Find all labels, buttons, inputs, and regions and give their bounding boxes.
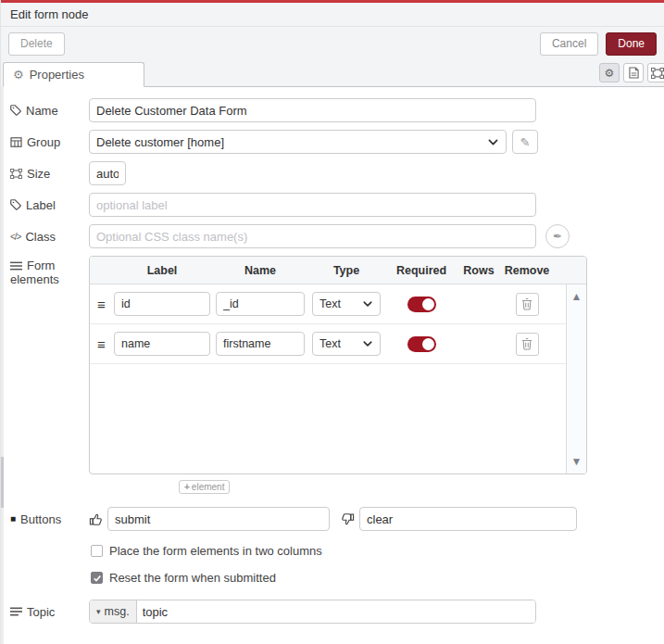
delete-button[interactable]: Delete	[8, 32, 65, 56]
caret-down-icon: ▾	[96, 607, 101, 616]
scroll-down-icon[interactable]: ▼	[571, 455, 583, 468]
elements-table-header: Label Name Type Required Rows Remove	[90, 257, 586, 284]
label-row: Label	[1, 189, 664, 221]
submit-button-label-input[interactable]	[107, 507, 330, 531]
trash-icon	[521, 337, 532, 350]
header-required: Required	[384, 264, 458, 277]
topic-input[interactable]	[137, 600, 535, 623]
gear-icon: ⚙	[605, 67, 615, 80]
remove-element-button[interactable]	[516, 333, 539, 356]
properties-toolbar-button[interactable]: ⚙	[599, 63, 620, 82]
code-icon: </>	[10, 232, 20, 242]
gear-icon: ⚙	[13, 69, 24, 81]
element-label-input[interactable]	[114, 332, 210, 356]
topic-row: Topic ▾ msg.	[1, 596, 664, 627]
pencil-icon: ✎	[520, 135, 531, 149]
check-icon	[93, 574, 102, 583]
header-name: Name	[216, 264, 305, 277]
tab-properties-label: Properties	[30, 68, 84, 82]
tab-toolbar: ⚙	[599, 63, 664, 82]
size-input[interactable]	[89, 161, 126, 185]
plus-icon: +	[184, 482, 190, 492]
trash-icon	[521, 297, 532, 310]
header-remove: Remove	[499, 264, 555, 277]
label-input[interactable]	[89, 193, 536, 217]
name-label: Name	[10, 104, 89, 118]
table-icon	[10, 137, 22, 147]
checkbox-checked[interactable]	[91, 572, 103, 584]
header-rows: Rows	[458, 264, 499, 277]
object-group-icon	[10, 169, 22, 179]
element-name-input[interactable]	[216, 292, 305, 316]
name-row: Name	[1, 95, 664, 126]
reset-form-option[interactable]: Reset the form when submitted	[91, 571, 664, 585]
pen-nib-icon: ✒	[553, 230, 562, 243]
required-toggle[interactable]	[407, 297, 436, 312]
form-elements-label: Form elements	[10, 256, 89, 286]
two-columns-option[interactable]: Place the form elements in two columns	[91, 544, 664, 558]
properties-panel: Name Group Delete customer [home] ✎ Size	[1, 87, 664, 627]
cancel-button[interactable]: Cancel	[540, 32, 598, 56]
label-label: Label	[10, 198, 89, 212]
reset-form-option-label: Reset the form when submitted	[109, 571, 276, 585]
document-icon	[629, 67, 639, 79]
left-scrollbar-thumb[interactable]	[1, 457, 4, 508]
element-row: ≡ Text	[90, 284, 566, 324]
element-type-select[interactable]: Text	[312, 332, 381, 356]
chevron-down-icon	[487, 136, 499, 148]
element-name-input[interactable]	[216, 332, 305, 356]
description-toolbar-button[interactable]	[623, 63, 644, 82]
buttons-row: ■ Buttons	[1, 503, 664, 535]
class-label: </> Class	[10, 230, 89, 244]
name-input[interactable]	[89, 98, 536, 122]
square-icon: ■	[10, 514, 16, 524]
size-label: Size	[10, 167, 89, 181]
scroll-up-icon[interactable]: ▲	[571, 290, 583, 303]
tasks-icon	[10, 607, 22, 616]
group-label: Group	[10, 135, 89, 149]
two-columns-option-label: Place the form elements in two columns	[109, 544, 322, 558]
dialog-title: Edit form node	[1, 3, 664, 27]
resize-handles-icon	[651, 68, 664, 79]
group-select[interactable]: Delete customer [home]	[89, 130, 507, 154]
element-type-select[interactable]: Text	[312, 292, 381, 316]
edit-form-node-dialog: Edit form node Delete Cancel Done ⚙ Prop…	[0, 0, 664, 644]
clear-button-label-input[interactable]	[359, 507, 577, 531]
header-label: Label	[114, 264, 210, 277]
left-scrollbar-track[interactable]	[1, 86, 4, 644]
elements-table: Label Name Type Required Rows Remove ≡	[89, 256, 587, 474]
add-element-button[interactable]: +element	[179, 480, 230, 494]
done-button[interactable]: Done	[606, 32, 657, 56]
edit-group-button[interactable]: ✎	[512, 130, 538, 154]
buttons-label: ■ Buttons	[10, 512, 89, 526]
tag-icon	[10, 199, 21, 210]
element-row: ≡ Text	[90, 324, 566, 364]
class-style-button[interactable]: ✒	[545, 224, 570, 248]
chevron-down-icon	[362, 298, 373, 309]
header-type: Type	[312, 264, 381, 277]
element-label-input[interactable]	[114, 292, 210, 316]
elements-table-body: ≡ Text	[90, 284, 586, 474]
checkbox-unchecked[interactable]	[91, 545, 103, 557]
tab-properties[interactable]: ⚙ Properties	[3, 62, 144, 87]
tag-icon	[10, 105, 21, 116]
topic-type-button[interactable]: ▾ msg.	[90, 600, 137, 623]
form-elements-row: Form elements Label Name Type Required R…	[1, 252, 664, 501]
group-row: Group Delete customer [home] ✎	[1, 126, 664, 158]
remove-element-button[interactable]	[516, 293, 539, 316]
topic-label: Topic	[10, 605, 89, 619]
action-bar: Delete Cancel Done	[1, 27, 664, 60]
class-row: </> Class ✒	[1, 221, 664, 252]
topic-typed-input: ▾ msg.	[89, 600, 536, 624]
topic-type-label: msg.	[105, 605, 130, 618]
appearance-toolbar-button[interactable]	[647, 63, 664, 82]
class-input[interactable]	[89, 224, 536, 248]
chevron-down-icon	[362, 338, 373, 349]
table-scrollbar[interactable]: ▲ ▼	[566, 284, 586, 474]
group-select-value: Delete customer [home]	[96, 135, 487, 149]
drag-handle-icon[interactable]: ≡	[97, 336, 114, 352]
size-row: Size	[1, 158, 664, 189]
drag-handle-icon[interactable]: ≡	[97, 297, 114, 312]
list-icon	[10, 261, 22, 271]
required-toggle[interactable]	[407, 336, 436, 352]
